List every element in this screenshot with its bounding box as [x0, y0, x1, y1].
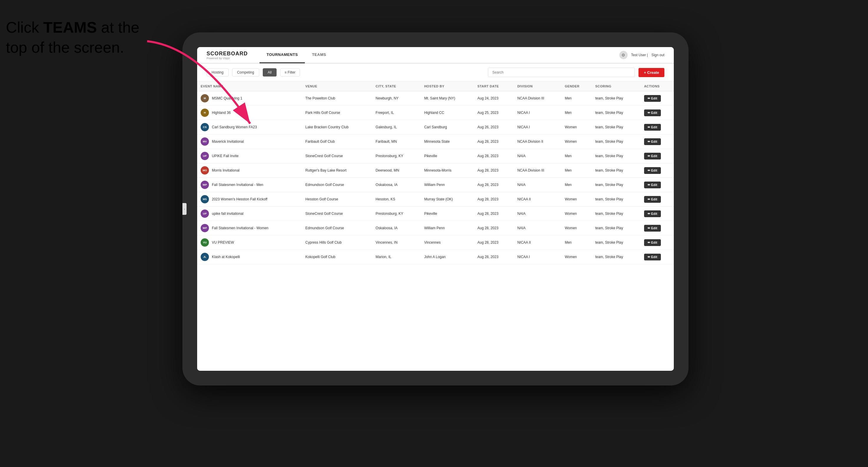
team-logo: MS — [201, 195, 209, 203]
city-state-cell: Prestonsburg, KY — [372, 207, 421, 221]
event-name-text: Klash at Kokopelli — [212, 255, 240, 259]
hosted-by-cell: Pikeville — [421, 207, 474, 221]
event-name-text: Fall Statesmen Invitational - Women — [212, 226, 269, 230]
edit-button[interactable]: ✏ Edit — [644, 124, 661, 131]
edit-button[interactable]: ✏ Edit — [644, 153, 661, 159]
team-logo: MO — [201, 166, 209, 175]
settings-icon[interactable]: ⚙ — [619, 51, 628, 59]
table-row: UP UPIKE Fall Invite StoneCrest Golf Cou… — [197, 149, 674, 163]
division-cell: NAIA — [514, 149, 561, 163]
all-filter-btn[interactable]: All — [263, 68, 277, 76]
edit-button[interactable]: ✏ Edit — [644, 196, 661, 203]
city-state-cell: Newburgh, NY — [372, 91, 421, 106]
edit-button[interactable]: ✏ Edit — [644, 225, 661, 231]
edit-button[interactable]: ✏ Edit — [644, 110, 661, 116]
start-date-cell: Aug 28, 2023 — [474, 236, 514, 250]
edit-button[interactable]: ✏ Edit — [644, 239, 661, 246]
table-row: JL Klash at Kokopelli Kokopelli Golf Clu… — [197, 250, 674, 264]
start-date-cell: Aug 28, 2023 — [474, 149, 514, 163]
city-state-cell: Hesston, KS — [372, 192, 421, 207]
actions-cell: ✏ Edit — [641, 149, 674, 163]
venue-cell: Cypress Hills Golf Club — [302, 236, 372, 250]
scoring-cell: team, Stroke Play — [592, 149, 641, 163]
venue-cell: Edmundson Golf Course — [302, 178, 372, 192]
event-name-text: Carl Sandburg Women FA23 — [212, 125, 257, 129]
start-date-cell: Aug 28, 2023 — [474, 192, 514, 207]
division-cell: NCAA Division III — [514, 91, 561, 106]
city-state-cell: Oskaloosa, IA — [372, 221, 421, 236]
team-logo: WP — [201, 181, 209, 189]
top-nav: SCOREBOARD Powered by clippi TOURNAMENTS… — [197, 47, 674, 64]
edit-button[interactable]: ✏ Edit — [644, 254, 661, 260]
event-name-cell: UP UPIKE Fall Invite — [197, 149, 302, 163]
event-name-cell: VU VU PREVIEW — [197, 236, 302, 250]
nav-user: Test User | — [631, 53, 648, 57]
tablet-frame: SCOREBOARD Powered by clippi TOURNAMENTS… — [182, 32, 688, 385]
gender-cell: Men — [561, 163, 592, 178]
city-state-cell: Oskaloosa, IA — [372, 178, 421, 192]
logo-area: SCOREBOARD Powered by clippi — [207, 51, 248, 60]
col-gender: GENDER — [561, 82, 592, 91]
edit-button[interactable]: ✏ Edit — [644, 95, 661, 102]
gender-cell: Men — [561, 178, 592, 192]
start-date-cell: Aug 28, 2023 — [474, 178, 514, 192]
start-date-cell: Aug 24, 2023 — [474, 91, 514, 106]
event-name-text: UPIKE Fall Invite — [212, 154, 239, 158]
gender-cell: Men — [561, 149, 592, 163]
start-date-cell: Aug 25, 2023 — [474, 106, 514, 120]
venue-cell: StoneCrest Golf Course — [302, 207, 372, 221]
gender-cell: Women — [561, 134, 592, 149]
edit-button[interactable]: ✏ Edit — [644, 182, 661, 188]
gender-cell: Men — [561, 91, 592, 106]
event-name-text: MSMC Qualifying 1 — [212, 96, 242, 100]
event-name-text: VU PREVIEW — [212, 241, 234, 245]
event-name-cell: MS 2023 Women's Hesston Fall Kickoff — [197, 192, 302, 207]
edit-button[interactable]: ✏ Edit — [644, 138, 661, 145]
division-cell: NICAA I — [514, 250, 561, 264]
table-row: CS Carl Sandburg Women FA23 Lake Bracken… — [197, 120, 674, 134]
competing-filter-btn[interactable]: Competing — [232, 68, 259, 76]
start-date-cell: Aug 28, 2023 — [474, 250, 514, 264]
col-venue: VENUE — [302, 82, 372, 91]
hosting-filter-btn[interactable]: Hosting — [207, 68, 228, 76]
actions-cell: ✏ Edit — [641, 236, 674, 250]
scoring-cell: team, Stroke Play — [592, 221, 641, 236]
venue-cell: Edmundson Golf Course — [302, 221, 372, 236]
tab-tournaments[interactable]: TOURNAMENTS — [259, 47, 305, 63]
tab-teams[interactable]: TEAMS — [305, 47, 333, 63]
table-row: MV Maverick Invitational Faribault Golf … — [197, 134, 674, 149]
edit-button[interactable]: ✏ Edit — [644, 167, 661, 174]
team-logo: H — [201, 108, 209, 117]
create-button[interactable]: + Create — [639, 68, 664, 77]
hosted-by-cell: Highland CC — [421, 106, 474, 120]
actions-cell: ✏ Edit — [641, 207, 674, 221]
city-state-cell: Galesburg, IL — [372, 120, 421, 134]
event-name-text: Morris Invitational — [212, 168, 240, 173]
scoring-cell: team, Stroke Play — [592, 192, 641, 207]
edit-button[interactable]: ✏ Edit — [644, 210, 661, 217]
col-start-date: START DATE — [474, 82, 514, 91]
city-state-cell: Freeport, IL — [372, 106, 421, 120]
gender-cell: Women — [561, 221, 592, 236]
event-name-cell: CS Carl Sandburg Women FA23 — [197, 120, 302, 134]
gender-cell: Men — [561, 106, 592, 120]
team-logo: VU — [201, 238, 209, 247]
venue-cell: Faribault Golf Club — [302, 134, 372, 149]
tournaments-table: EVENT NAME VENUE CITY, STATE HOSTED BY S… — [197, 82, 674, 264]
table-row: MO Morris Invitational Ruttger's Bay Lak… — [197, 163, 674, 178]
side-toggle[interactable]: › — [182, 203, 187, 215]
col-city-state: CITY, STATE — [372, 82, 421, 91]
nav-signout[interactable]: Sign out — [651, 53, 664, 57]
table-row: VU VU PREVIEW Cypress Hills Golf Club Vi… — [197, 236, 674, 250]
search-input[interactable] — [488, 68, 635, 77]
col-hosted-by: HOSTED BY — [421, 82, 474, 91]
filter-toggle-btn[interactable]: ≡ Filter — [280, 68, 300, 76]
city-state-cell: Marion, IL — [372, 250, 421, 264]
nav-right: ⚙ Test User | Sign out — [619, 51, 664, 59]
city-state-cell: Deerwood, MN — [372, 163, 421, 178]
actions-cell: ✏ Edit — [641, 163, 674, 178]
actions-cell: ✏ Edit — [641, 106, 674, 120]
venue-cell: Hesston Golf Course — [302, 192, 372, 207]
hosted-by-cell: Minnesota-Morris — [421, 163, 474, 178]
city-state-cell: Prestonsburg, KY — [372, 149, 421, 163]
